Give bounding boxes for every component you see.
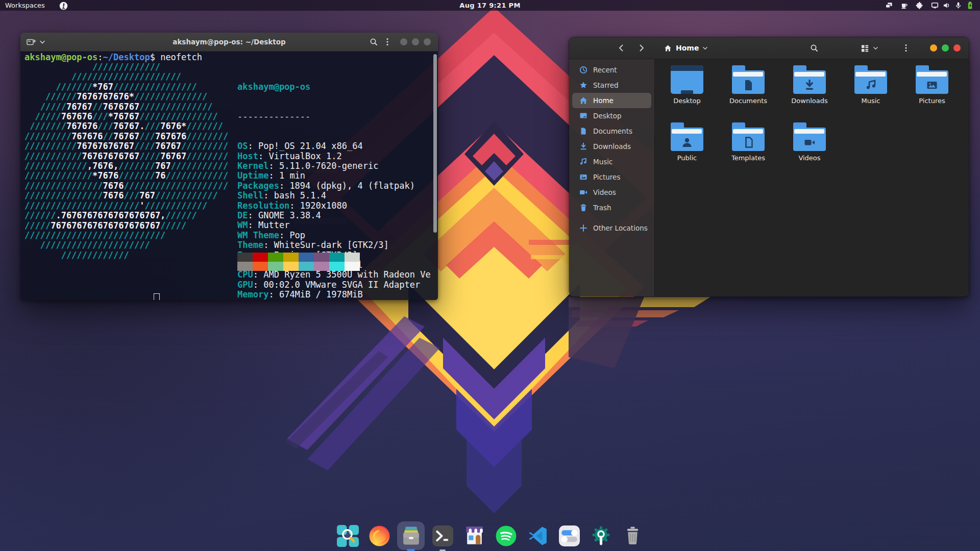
running-indicator (407, 549, 415, 551)
dock-item-pop-shop[interactable] (460, 521, 488, 550)
palette-swatch (283, 262, 299, 271)
dock-item-firefox[interactable] (365, 521, 393, 550)
folder-public[interactable]: Public (656, 121, 718, 179)
sidebar-item-label: Pictures (593, 173, 620, 181)
folder-icon (916, 65, 948, 94)
palette-swatch (329, 253, 345, 262)
menu-kebab-icon[interactable] (386, 38, 388, 46)
files-sidebar: RecentStarredHomeDesktopDocumentsDownloa… (569, 59, 655, 296)
workspaces-button[interactable]: Workspaces (5, 2, 45, 9)
palette-swatch (253, 253, 268, 262)
maximize-button[interactable] (412, 38, 419, 45)
sidebar-item-other-locations[interactable]: Other Locations (572, 220, 651, 236)
sidebar-item-music[interactable]: Music (572, 154, 651, 169)
folder-videos[interactable]: Videos (779, 121, 840, 179)
folder-label: Pictures (919, 97, 945, 105)
folder-icon (732, 65, 765, 94)
path-breadcrumb[interactable]: Home (664, 37, 707, 59)
files-content: DesktopDocumentsDownloadsMusicPicturesPu… (655, 59, 969, 296)
terminal-icon (431, 524, 454, 547)
sidebar-item-videos[interactable]: Videos (572, 185, 651, 200)
sidebar-item-trash[interactable]: Trash (572, 200, 651, 215)
pop-os-logo-icon (59, 1, 68, 10)
close-button[interactable] (424, 38, 431, 45)
folder-desktop[interactable]: Desktop (656, 64, 718, 121)
windows-icon[interactable] (885, 2, 893, 9)
display-icon[interactable] (931, 2, 939, 9)
video-emblem-icon (803, 136, 816, 149)
coffee-icon[interactable] (900, 2, 908, 9)
palette-swatch (299, 262, 314, 271)
sidebar-item-starred[interactable]: Starred (572, 78, 651, 93)
chevron-down-icon[interactable] (873, 46, 878, 50)
recent-icon (579, 66, 587, 74)
palette-swatch (237, 253, 253, 262)
sidebar-item-downloads[interactable]: Downloads (572, 139, 651, 154)
minimize-button[interactable] (930, 44, 937, 52)
palette-swatch (345, 262, 360, 271)
search-icon[interactable] (370, 38, 378, 46)
maximize-button[interactable] (942, 44, 949, 52)
folder-downloads[interactable]: Downloads (779, 64, 840, 121)
sidebar-item-label: Music (593, 158, 612, 166)
terminal-content: akshaym@pop-os:~/Desktop$ neofetch /////… (20, 52, 438, 300)
chevron-down-icon (703, 46, 707, 50)
folder-label: Desktop (673, 97, 701, 105)
videos-icon (579, 188, 587, 196)
files-headerbar[interactable]: Home (569, 37, 969, 59)
trash-icon (621, 524, 644, 547)
download-icon (579, 142, 587, 151)
dock-item-files[interactable] (397, 521, 425, 550)
search-tool-icon (336, 524, 359, 547)
music-emblem-icon (864, 79, 877, 92)
terminal-scrollbar[interactable] (433, 54, 437, 233)
folder-icon (793, 65, 826, 94)
sidebar-item-documents[interactable]: Documents (572, 123, 651, 139)
music-icon (579, 158, 587, 166)
folder-icon (671, 122, 703, 151)
dock-item-tweaks[interactable] (587, 521, 615, 550)
dock-item-vscode[interactable] (524, 521, 551, 550)
folder-label: Downloads (791, 97, 827, 105)
forward-button[interactable] (638, 44, 646, 52)
sidebar-item-label: Recent (593, 66, 617, 74)
dock-item-search-tool[interactable] (334, 521, 361, 550)
clock[interactable]: Aug 17 9:21 PM (459, 2, 520, 9)
image-emblem-icon (925, 79, 939, 92)
microphone-icon[interactable] (954, 2, 962, 9)
dock-item-terminal[interactable] (429, 521, 456, 550)
dock-item-spotify[interactable] (492, 521, 520, 550)
view-toggle-icon[interactable] (861, 44, 869, 52)
dock-item-trash[interactable] (619, 521, 646, 550)
spotify-icon (495, 524, 518, 547)
folder-documents[interactable]: Documents (718, 64, 779, 121)
palette-swatch (237, 262, 253, 271)
home-icon (664, 44, 672, 52)
minimize-button[interactable] (400, 38, 407, 45)
star-icon (579, 81, 587, 89)
sidebar-item-label: Trash (593, 204, 611, 212)
sidebar-item-desktop[interactable]: Desktop (572, 108, 651, 123)
volume-icon[interactable] (943, 2, 950, 9)
puzzle-icon[interactable] (916, 2, 923, 9)
back-button[interactable] (617, 44, 625, 52)
folder-pictures[interactable]: Pictures (901, 64, 963, 121)
palette-swatch (314, 253, 329, 262)
close-button[interactable] (953, 44, 961, 52)
sidebar-item-label: Other Locations (593, 224, 648, 232)
terminal-titlebar[interactable]: akshaym@pop-os: ~/Desktop (20, 33, 438, 52)
palette-swatch (268, 253, 283, 262)
plus-icon (579, 224, 587, 232)
menu-kebab-icon[interactable] (905, 44, 907, 52)
folder-label: Videos (798, 154, 820, 162)
system-tray (877, 2, 980, 9)
folder-music[interactable]: Music (840, 64, 901, 121)
folder-templates[interactable]: Templates (718, 121, 779, 179)
sidebar-item-pictures[interactable]: Pictures (572, 169, 651, 185)
search-icon[interactable] (810, 44, 818, 52)
battery-charging-icon[interactable] (966, 2, 974, 9)
files-window: Home Rece (569, 37, 969, 297)
sidebar-item-home[interactable]: Home (572, 93, 651, 108)
sidebar-item-recent[interactable]: Recent (572, 62, 651, 78)
dock-item-settings[interactable] (555, 521, 583, 550)
